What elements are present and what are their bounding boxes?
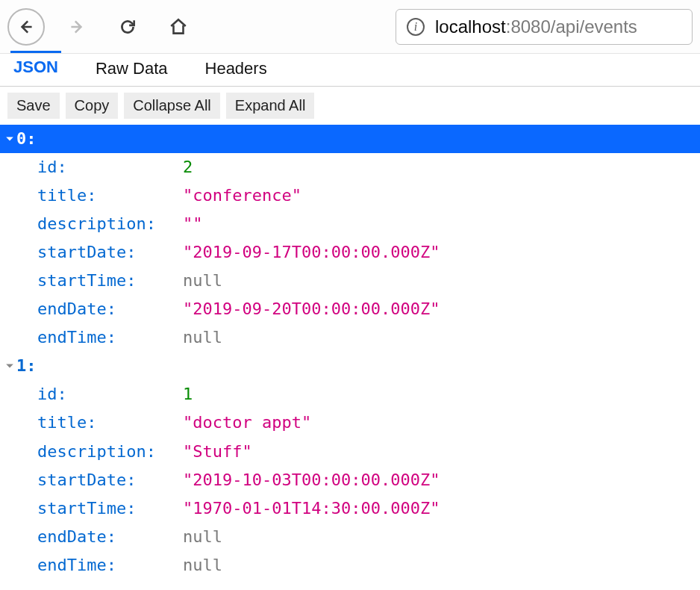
url-text: localhost:8080/api/events [435, 16, 637, 37]
json-property-row[interactable]: id:2 [0, 153, 700, 181]
json-value: "2019-09-17T00:00:00.000Z" [183, 238, 440, 267]
tab-headers[interactable]: Headers [202, 53, 270, 86]
json-property-row[interactable]: id:1 [0, 380, 700, 409]
json-value: "conference" [183, 181, 301, 210]
array-index-label: 1: [16, 352, 37, 380]
reload-button[interactable] [109, 8, 146, 46]
expand-all-button[interactable]: Expand All [226, 93, 315, 119]
json-key: title: [37, 409, 183, 437]
json-value: "Stuff" [183, 438, 252, 466]
info-icon[interactable]: i [407, 18, 425, 36]
json-property-row[interactable]: title:"doctor appt" [0, 409, 700, 437]
json-value: null [183, 551, 222, 580]
home-icon [169, 17, 188, 37]
json-key: description: [37, 210, 183, 238]
viewer-action-bar: Save Copy Collapse All Expand All [0, 87, 700, 125]
chevron-down-icon [3, 134, 16, 143]
json-value: 1 [183, 380, 193, 409]
json-property-row[interactable]: endDate:"2019-09-20T00:00:00.000Z" [0, 295, 700, 323]
json-key: endDate: [37, 295, 183, 323]
json-property-row[interactable]: startTime:"1970-01-01T14:30:00.000Z" [0, 494, 700, 523]
array-item-row[interactable]: 1: [0, 352, 700, 380]
tab-json[interactable]: JSON [10, 51, 61, 86]
browser-toolbar: i localhost:8080/api/events [0, 0, 700, 54]
json-property-row[interactable]: endDate:null [0, 523, 700, 551]
viewer-tabs: JSON Raw Data Headers [0, 54, 700, 87]
json-value: "" [183, 210, 203, 238]
json-key: endTime: [37, 551, 183, 580]
json-value: "doctor appt" [183, 409, 311, 437]
forward-button [58, 8, 96, 46]
json-value: "2019-09-20T00:00:00.000Z" [183, 295, 440, 323]
collapse-all-button[interactable]: Collapse All [124, 93, 220, 119]
json-key: title: [37, 181, 183, 210]
chevron-down-icon [3, 361, 16, 370]
json-property-row[interactable]: startDate:"2019-10-03T00:00:00.000Z" [0, 466, 700, 494]
arrow-left-icon [16, 17, 36, 37]
json-key: startTime: [37, 267, 183, 295]
json-key: startDate: [37, 238, 183, 267]
back-button[interactable] [7, 8, 45, 46]
json-property-row[interactable]: startTime:null [0, 267, 700, 295]
json-key: id: [37, 153, 183, 181]
json-key: startTime: [37, 494, 183, 523]
array-item-row[interactable]: 0: [0, 125, 700, 153]
json-property-row[interactable]: endTime:null [0, 551, 700, 580]
json-value: null [183, 323, 222, 352]
save-button[interactable]: Save [7, 93, 60, 119]
json-key: description: [37, 438, 183, 466]
address-bar[interactable]: i localhost:8080/api/events [396, 9, 693, 45]
json-key: endDate: [37, 523, 183, 551]
json-value: null [183, 267, 222, 295]
json-value: 2 [183, 153, 193, 181]
json-property-row[interactable]: description:"Stuff" [0, 438, 700, 466]
home-button[interactable] [160, 8, 197, 46]
json-property-row[interactable]: endTime:null [0, 323, 700, 352]
tab-raw-data[interactable]: Raw Data [93, 53, 171, 86]
json-value: null [183, 523, 222, 551]
arrow-right-icon [67, 17, 87, 37]
array-index-label: 0: [16, 125, 37, 153]
json-key: id: [37, 380, 183, 409]
json-value: "2019-10-03T00:00:00.000Z" [183, 466, 440, 494]
json-tree: 0:id:2title:"conference"description:""st… [0, 125, 700, 580]
json-key: startDate: [37, 466, 183, 494]
json-property-row[interactable]: startDate:"2019-09-17T00:00:00.000Z" [0, 238, 700, 267]
json-key: endTime: [37, 323, 183, 352]
json-property-row[interactable]: title:"conference" [0, 181, 700, 210]
json-property-row[interactable]: description:"" [0, 210, 700, 238]
reload-icon [118, 17, 137, 37]
copy-button[interactable]: Copy [66, 93, 119, 119]
json-value: "1970-01-01T14:30:00.000Z" [183, 494, 440, 523]
